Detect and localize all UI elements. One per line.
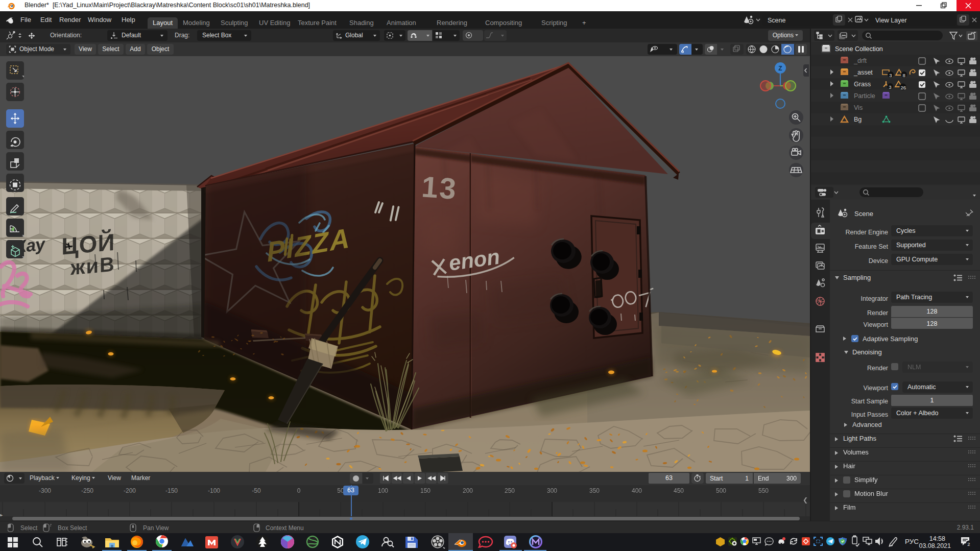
svg-text:_asset: _asset: [853, 69, 873, 76]
svg-text:Grass: Grass: [854, 81, 871, 88]
svg-text:Vis: Vis: [854, 104, 863, 111]
svg-text:03.08.2021: 03.08.2021: [919, 542, 951, 549]
svg-text:Z: Z: [778, 65, 782, 72]
svg-text:2: 2: [967, 541, 970, 547]
svg-text:14:58: 14:58: [929, 535, 945, 542]
svg-text:Pan View: Pan View: [143, 524, 169, 532]
svg-text:26: 26: [901, 85, 906, 90]
svg-text:Scene: Scene: [768, 17, 785, 24]
svg-text:Particle: Particle: [854, 92, 875, 100]
svg-text:Select: Select: [20, 524, 38, 532]
svg-text:жиВ: жиВ: [70, 253, 115, 279]
svg-text:_drft: _drft: [853, 57, 867, 64]
svg-text:Context Menu: Context Menu: [266, 524, 304, 532]
svg-text:3: 3: [889, 84, 891, 90]
svg-text:3: 3: [889, 73, 892, 78]
svg-text:Box Select: Box Select: [58, 524, 87, 532]
svg-text:РУС: РУС: [905, 538, 919, 545]
svg-text:View Layer: View Layer: [875, 17, 907, 24]
svg-text:13: 13: [420, 170, 459, 205]
svg-text:Scene Collection: Scene Collection: [835, 45, 883, 53]
svg-text:Bg: Bg: [854, 116, 862, 123]
svg-text:8: 8: [902, 73, 905, 78]
